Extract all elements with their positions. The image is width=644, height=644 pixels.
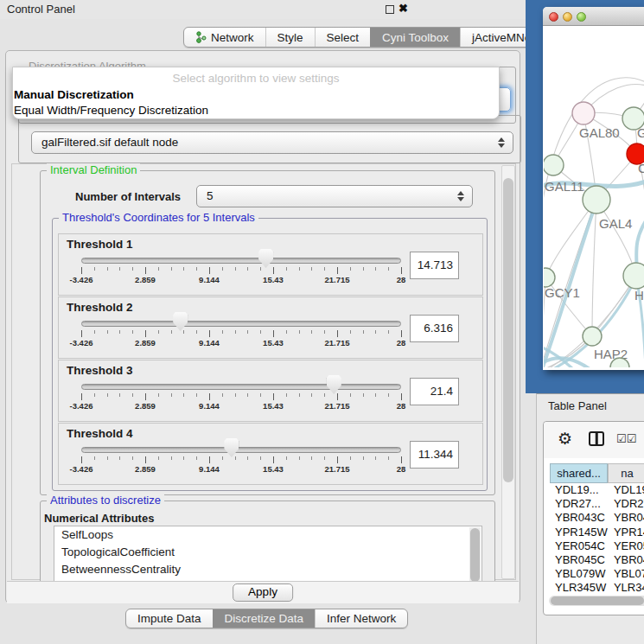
- table-toolbar: ⚙ ☑☑: [544, 422, 644, 458]
- interval-definition-group: Interval Definition Number of Intervals …: [40, 170, 495, 495]
- table-cell[interactable]: YBL07: [609, 567, 644, 581]
- algorithm-option-manual[interactable]: Manual Discretization: [14, 87, 494, 102]
- table-cell[interactable]: YDL19...: [550, 483, 609, 497]
- network-node-hap2[interactable]: [583, 327, 602, 346]
- threshold-slider-track[interactable]: [81, 384, 401, 390]
- table-row[interactable]: YPR145WYPR14: [550, 526, 644, 539]
- threshold-slider-track[interactable]: [81, 321, 401, 327]
- table-row[interactable]: YBR043CYBR04: [550, 511, 644, 525]
- table-row[interactable]: YLR345WYLR34: [550, 581, 644, 595]
- table-cell[interactable]: YDL19: [609, 483, 644, 497]
- algorithm-popup-placeholder: Select algorithm to view settings: [13, 72, 499, 85]
- minor-tick: [311, 393, 312, 397]
- attribute-list-item[interactable]: SelfLoops: [54, 526, 481, 544]
- threshold-slider-track[interactable]: [81, 447, 401, 453]
- major-tick: [273, 393, 274, 400]
- threshold-slider-track[interactable]: [81, 258, 401, 264]
- threshold-slider-thumb[interactable]: [327, 375, 341, 394]
- threshold-label: Threshold 4: [67, 427, 133, 440]
- tab-label: Impute Data: [137, 612, 201, 625]
- table-cell[interactable]: YBR04: [609, 553, 644, 567]
- major-tick: [145, 456, 146, 463]
- table-cell[interactable]: YDR27: [609, 497, 644, 511]
- tab-cyni-toolbox[interactable]: Cyni Toolbox: [370, 28, 460, 47]
- apply-button[interactable]: Apply: [233, 583, 293, 602]
- table-cell[interactable]: YBR045C: [550, 553, 609, 567]
- table-cell[interactable]: YPR14: [609, 526, 644, 539]
- node-table[interactable]: shared...na YDL19...YDL19YDR27...YDR27YB…: [550, 463, 644, 595]
- table-column-header[interactable]: shared...: [550, 463, 608, 483]
- table-cell[interactable]: YER05: [609, 539, 644, 553]
- float-window-icon[interactable]: [386, 5, 394, 14]
- threshold-slider-thumb[interactable]: [224, 438, 239, 457]
- table-cell[interactable]: YPR145W: [550, 526, 609, 539]
- zoom-traffic-light-icon[interactable]: [577, 12, 586, 22]
- table-row[interactable]: YBL079WYBL07: [550, 567, 644, 581]
- threshold-value-field[interactable]: 14.713: [410, 252, 459, 279]
- table-cell[interactable]: YLR345W: [550, 581, 609, 595]
- table-cell[interactable]: YLR34: [609, 581, 644, 595]
- attributes-list-scrollbar[interactable]: [469, 527, 481, 581]
- mode-tab-discretize-data[interactable]: Discretize Data: [213, 609, 316, 628]
- minimize-traffic-light-icon[interactable]: [563, 12, 572, 22]
- thresholds-group-title: Threshold's Coordinates for 5 Intervals: [59, 211, 258, 224]
- threshold-slider-thumb[interactable]: [258, 249, 273, 268]
- number-of-intervals-combobox[interactable]: 5: [196, 185, 473, 207]
- close-traffic-light-icon[interactable]: [549, 12, 558, 22]
- network-edge[interactable]: [592, 200, 596, 336]
- table-column-header[interactable]: na: [608, 463, 644, 483]
- threshold-value-field[interactable]: 11.344: [410, 441, 459, 469]
- minor-tick: [286, 456, 287, 460]
- network-window-titlebar[interactable]: [543, 7, 644, 26]
- gear-icon[interactable]: ⚙: [558, 429, 572, 449]
- table-cell[interactable]: YER054C: [550, 539, 609, 553]
- table-panel-window: ⚙ ☑☑ shared...na YDL19...YDL19YDR27...YD…: [543, 421, 644, 615]
- table-horizontal-scrollbar[interactable]: [549, 596, 644, 606]
- table-data-selected-value: galFiltered.sif default node: [41, 136, 178, 149]
- network-node-gal4[interactable]: [583, 186, 610, 214]
- network-node-h[interactable]: [623, 263, 644, 289]
- major-tick: [337, 267, 338, 274]
- close-icon[interactable]: ✖: [399, 2, 408, 15]
- threshold-slider-thumb[interactable]: [173, 312, 188, 331]
- mode-tab-impute-data[interactable]: Impute Data: [126, 609, 213, 628]
- table-data-combobox[interactable]: galFiltered.sif default node: [31, 131, 513, 154]
- minor-tick: [324, 267, 325, 271]
- scrollbar-thumb[interactable]: [503, 178, 513, 482]
- table-row[interactable]: YBR045CYBR04: [550, 553, 644, 567]
- number-of-intervals-label: Number of Intervals: [75, 190, 181, 203]
- threshold-value-field[interactable]: 21.4: [410, 378, 459, 405]
- attribute-list-item[interactable]: TopologicalCoefficient: [54, 544, 481, 561]
- table-row[interactable]: YDR27...YDR27: [550, 497, 644, 511]
- attribute-list-item[interactable]: BetweennessCentrality: [54, 561, 481, 578]
- network-node-gal80[interactable]: [572, 102, 595, 124]
- tab-select[interactable]: Select: [315, 28, 371, 47]
- table-cell[interactable]: YBR04: [609, 511, 644, 525]
- network-edge-thick[interactable]: [544, 347, 596, 367]
- tab-style[interactable]: Style: [265, 28, 315, 47]
- table-cell[interactable]: YBR043C: [550, 511, 609, 525]
- algorithm-option-equal-width[interactable]: Equal Width/Frequency Discretization: [14, 103, 494, 118]
- mode-tab-infer-network[interactable]: Infer Network: [315, 609, 407, 628]
- network-node-gcy1[interactable]: [544, 268, 555, 287]
- scrollbar-thumb[interactable]: [470, 528, 480, 582]
- threshold-value-field[interactable]: 6.316: [410, 315, 459, 342]
- major-tick: [209, 330, 210, 337]
- network-node-gal11[interactable]: [544, 155, 564, 175]
- major-tick: [337, 330, 338, 337]
- settings-vertical-scrollbar[interactable]: [501, 165, 515, 579]
- scrollbar-thumb[interactable]: [551, 596, 644, 605]
- numerical-attributes-list[interactable]: SelfLoopsTopologicalCoefficientBetweenne…: [54, 526, 482, 583]
- network-canvas[interactable]: GAL80GACGAL11GAL4GCY1HHAP2: [544, 27, 644, 367]
- table-row[interactable]: YDL19...YDL19: [550, 483, 644, 497]
- table-row[interactable]: YER054CYER05: [550, 539, 644, 553]
- minor-tick: [363, 456, 364, 460]
- table-cell[interactable]: YBL079W: [550, 567, 609, 581]
- minor-tick: [222, 330, 223, 334]
- table-cell[interactable]: YDR27...: [550, 497, 609, 511]
- tick-label: -3.426: [54, 338, 109, 348]
- tab-network[interactable]: Network: [184, 28, 265, 47]
- numerical-attributes-label: Numerical Attributes: [44, 512, 154, 525]
- checkbox-checked-icon[interactable]: ☑☑: [616, 432, 636, 445]
- columns-icon[interactable]: [589, 431, 604, 446]
